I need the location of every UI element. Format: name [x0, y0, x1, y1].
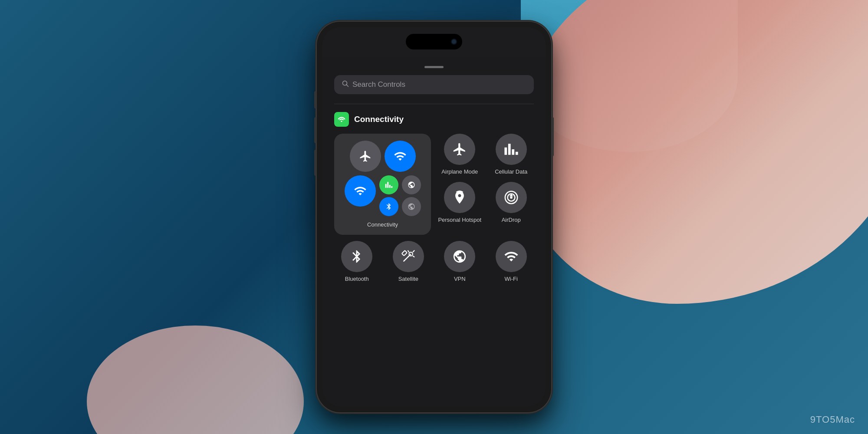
volume-down-button[interactable]	[314, 150, 316, 176]
wifi-widget-button[interactable]	[345, 175, 376, 207]
bluetooth-control[interactable]: Bluetooth	[334, 241, 380, 283]
svg-point-2	[341, 121, 342, 122]
phone: Search Controls Connectivity	[317, 22, 551, 412]
personal-hotspot-label: Personal Hotspot	[438, 217, 481, 224]
airplane-mode-widget-button[interactable]	[350, 141, 381, 172]
svg-rect-8	[402, 250, 407, 256]
controls-grid: Connectivity Airplane Mode	[334, 134, 534, 235]
svg-line-11	[413, 250, 414, 252]
airplane-mode-circle	[444, 134, 475, 165]
vpn-label: VPN	[454, 276, 466, 283]
camera-dot	[452, 39, 456, 44]
volume-up-button[interactable]	[314, 117, 316, 143]
connectivity-widget[interactable]: Connectivity	[334, 134, 431, 235]
satellite-circle	[393, 241, 424, 272]
svg-line-13	[408, 250, 409, 252]
svg-line-12	[413, 256, 414, 257]
satellite-label: Satellite	[398, 276, 418, 283]
phone-wrapper: Search Controls Connectivity	[317, 22, 551, 412]
connectivity-title: Connectivity	[354, 115, 404, 124]
airplane-mode-label: Airplane Mode	[441, 168, 478, 176]
power-button[interactable]	[552, 117, 554, 156]
cellular-data-circle	[496, 134, 527, 165]
connectivity-section-icon	[334, 112, 349, 127]
vpn-control[interactable]: VPN	[437, 241, 483, 283]
conn-bottom-row	[341, 175, 424, 216]
airplane-mode-control[interactable]: Airplane Mode	[437, 134, 483, 176]
small-buttons-col	[379, 175, 398, 216]
svg-point-3	[457, 194, 462, 198]
connectivity-section-header: Connectivity	[334, 112, 534, 127]
wifi-label: Wi-Fi	[505, 276, 518, 283]
bluetooth-widget-button[interactable]	[379, 197, 398, 216]
vpn-circle	[444, 241, 475, 272]
cellular-data-control[interactable]: Cellular Data	[489, 134, 534, 176]
mute-switch	[314, 91, 316, 108]
phone-screen: Search Controls Connectivity	[322, 27, 546, 407]
cellular-data-label: Cellular Data	[495, 168, 527, 176]
svg-line-7	[403, 258, 407, 262]
vpn-widget-button[interactable]	[402, 175, 421, 194]
drag-handle[interactable]	[424, 66, 444, 68]
bluetooth-circle	[341, 241, 372, 272]
connectivity-widget-label: Connectivity	[367, 221, 398, 228]
svg-line-1	[347, 85, 349, 87]
svg-point-6	[510, 196, 513, 199]
cellular-widget-button[interactable]	[379, 175, 398, 194]
bottom-row-controls: Bluetooth	[334, 241, 534, 283]
globe-widget-button[interactable]	[402, 197, 421, 216]
airdrop-label: AirDrop	[502, 217, 521, 224]
airdrop-control[interactable]: AirDrop	[489, 182, 534, 224]
right-col: Airplane Mode Cellular Data	[437, 134, 534, 224]
search-placeholder: Search Controls	[352, 80, 405, 89]
conn-top-row	[341, 141, 424, 172]
bg-shape-pink	[521, 0, 868, 304]
bluetooth-label: Bluetooth	[345, 276, 369, 283]
watermark: 9TO5Mac	[810, 414, 855, 425]
control-center-panel: Search Controls Connectivity	[322, 57, 546, 407]
personal-hotspot-control[interactable]: Personal Hotspot	[437, 182, 483, 224]
small-buttons-col2	[402, 175, 421, 216]
connectivity-buttons	[341, 141, 424, 216]
wifi-calling-widget-button[interactable]	[385, 141, 416, 172]
search-bar[interactable]: Search Controls	[334, 75, 534, 94]
divider	[334, 104, 534, 104]
satellite-control[interactable]: Satellite	[386, 241, 431, 283]
wifi-circle	[496, 241, 527, 272]
airdrop-circle	[496, 182, 527, 213]
personal-hotspot-circle	[444, 182, 475, 213]
wifi-control[interactable]: Wi-Fi	[489, 241, 534, 283]
search-icon	[342, 80, 349, 89]
dynamic-island	[406, 34, 462, 49]
